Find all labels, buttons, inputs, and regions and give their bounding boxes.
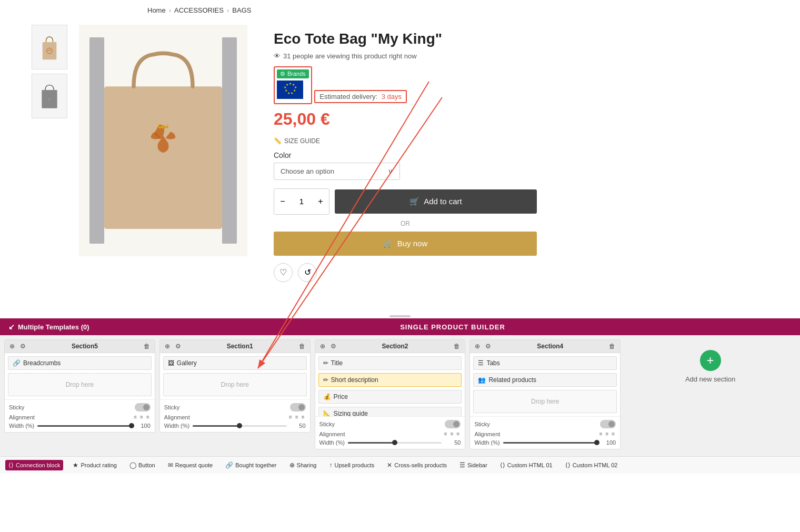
toolbar-product-rating[interactable]: ★ Product rating [69, 460, 119, 470]
align-left-4[interactable]: ≡ [598, 430, 604, 437]
section-2-bottom: Sticky Alignment ≡ ≡ ≡ Width (%) [315, 416, 465, 449]
toolbar-sharing[interactable]: ⊕ Sharing [286, 460, 320, 470]
sticky-label-5: Sticky [9, 404, 41, 410]
buy-now-button[interactable]: 🛒 Buy now [274, 232, 537, 256]
section-4-drop[interactable]: Drop here [473, 390, 617, 413]
toolbar-custom-html-02[interactable]: ⟨⟩ Custom HTML 02 [562, 460, 621, 470]
breadcrumbs-block[interactable]: 🔗 Breadcrumbs [8, 356, 152, 370]
section-1-delete[interactable]: 🗑 [297, 342, 307, 350]
add-to-cart-label: Add to cart [424, 197, 462, 206]
breadcrumb-home[interactable]: Home [147, 6, 166, 14]
section-5-title: Section5 [29, 343, 140, 350]
align-right-4[interactable]: ≡ [611, 430, 616, 437]
upsell-icon: ↑ [329, 461, 332, 469]
breadcrumbs-label: Breadcrumbs [23, 359, 61, 367]
qty-increase-button[interactable]: + [312, 189, 329, 214]
sticky-toggle-2[interactable] [445, 420, 461, 428]
sizing-guide-block[interactable]: 📐 Sizing guide [318, 407, 462, 416]
toolbar-sidebar[interactable]: ☰ Sidebar [456, 460, 491, 470]
breadcrumb-accessories[interactable]: ACCESSORIES [174, 6, 224, 14]
align-left-5[interactable]: ≡ [133, 414, 138, 420]
align-right-2[interactable]: ≡ [456, 430, 461, 437]
add-section-button[interactable]: + [700, 350, 721, 371]
width-slider-4[interactable] [503, 442, 597, 444]
qty-decrease-button[interactable]: − [274, 189, 291, 214]
toolbar-bought-together[interactable]: 🔗 Bought together [222, 460, 279, 470]
add-to-cart-button[interactable]: 🛒 Add to cart [335, 189, 537, 214]
drag-handle-divider [0, 314, 800, 318]
section-1-settings[interactable]: ⚙ [174, 342, 183, 350]
svg-rect-6 [222, 37, 237, 244]
price-block[interactable]: 💰 Price [318, 390, 462, 404]
cart-icon: 🛒 [409, 197, 419, 206]
align-right-1[interactable]: ≡ [301, 414, 306, 420]
wishlist-button[interactable]: ♡ [274, 263, 293, 282]
svg-text:★: ★ [293, 89, 296, 92]
align-center-4[interactable]: ≡ [605, 430, 610, 437]
price-label: Price [334, 393, 348, 400]
svg-text:★: ★ [286, 83, 288, 86]
section-5-delete[interactable]: 🗑 [142, 342, 152, 350]
cart-icon-2: 🛒 [383, 239, 393, 248]
section-2-settings[interactable]: ⚙ [329, 342, 338, 350]
sticky-toggle-4[interactable] [600, 420, 616, 428]
request-quote-icon: ✉ [168, 461, 173, 469]
builder-bar-left: ↙ Multiple Templates (0) [8, 323, 114, 331]
align-left-2[interactable]: ≡ [443, 430, 448, 437]
section-4-move[interactable]: ⊕ [473, 342, 482, 350]
sticky-toggle-1[interactable] [290, 403, 306, 411]
breadcrumb: Home › ACCESSORIES › BAGS [0, 0, 800, 14]
bought-together-icon: 🔗 [225, 461, 233, 469]
section-5-move[interactable]: ⊕ [8, 342, 16, 350]
align-center-2[interactable]: ≡ [449, 430, 455, 437]
chevron-icon: › [169, 6, 171, 14]
size-guide[interactable]: 📏 SIZE GUIDE [274, 137, 537, 145]
title-block[interactable]: ✏ Title [318, 356, 462, 370]
delivery-block: Estimated delivery: 3 days [314, 90, 407, 103]
toolbar-custom-html-01[interactable]: ⟨⟩ Custom HTML 01 [497, 460, 556, 470]
align-center-1[interactable]: ≡ [294, 414, 299, 420]
gallery-block[interactable]: 🖼 Gallery [163, 356, 307, 370]
related-label: Related products [488, 376, 536, 384]
width-slider-5[interactable] [37, 425, 132, 427]
section-4-delete[interactable]: 🗑 [607, 342, 617, 350]
width-slider-2[interactable] [348, 442, 442, 444]
product-svg [89, 35, 237, 246]
custom-html-01-label: Custom HTML 01 [507, 462, 553, 468]
thumbnail-2[interactable]: $ [32, 74, 67, 118]
alignment-icons-1: ≡ ≡ ≡ [288, 414, 306, 420]
breadcrumb-current: BAGS [232, 6, 251, 14]
align-left-1[interactable]: ≡ [288, 414, 293, 420]
toolbar-request-quote[interactable]: ✉ Request quote [165, 460, 216, 470]
quantity-input[interactable] [291, 197, 312, 206]
color-select[interactable]: Choose an option ∨ [274, 163, 400, 180]
toolbar-button[interactable]: ◯ Button [126, 460, 158, 470]
sticky-toggle-5[interactable] [135, 403, 151, 411]
align-right-5[interactable]: ≡ [145, 414, 151, 420]
title-icon: ✏ [323, 359, 328, 367]
sizing-guide-icon: 📐 [323, 410, 331, 416]
toolbar-cross-sells[interactable]: ✕ Cross-sells products [384, 460, 450, 470]
tabs-block[interactable]: ☰ Tabs [473, 356, 617, 370]
section-2-delete[interactable]: 🗑 [452, 342, 462, 350]
product-rating-icon: ★ [73, 461, 78, 469]
or-divider: OR [274, 220, 537, 227]
section-2: ⊕ ⚙ Section2 🗑 ✏ Title ✏ Short descripti… [315, 339, 466, 449]
section-4-settings[interactable]: ⚙ [484, 342, 493, 350]
section-2-move[interactable]: ⊕ [318, 342, 327, 350]
align-center-5[interactable]: ≡ [139, 414, 144, 420]
toolbar-upsell[interactable]: ↑ Upsell products [326, 460, 377, 470]
product-images: $ [32, 25, 253, 304]
section-5-drop[interactable]: Drop here [8, 373, 152, 396]
compare-button[interactable]: ↺ [298, 263, 317, 282]
section-1-move[interactable]: ⊕ [163, 342, 172, 350]
width-slider-1[interactable] [193, 425, 287, 427]
section-5-settings[interactable]: ⚙ [18, 342, 27, 350]
alignment-label-2: Alignment [319, 431, 351, 437]
viewing-notice: 👁 31 people are viewing this product rig… [274, 52, 537, 60]
related-products-block[interactable]: 👥 Related products [473, 373, 617, 387]
thumbnail-1[interactable] [32, 25, 67, 69]
toolbar-connection-block[interactable]: ⟨⟩ Connection block [5, 460, 63, 470]
short-desc-block[interactable]: ✏ Short description [318, 373, 462, 387]
section-1-drop[interactable]: Drop here [163, 373, 307, 396]
